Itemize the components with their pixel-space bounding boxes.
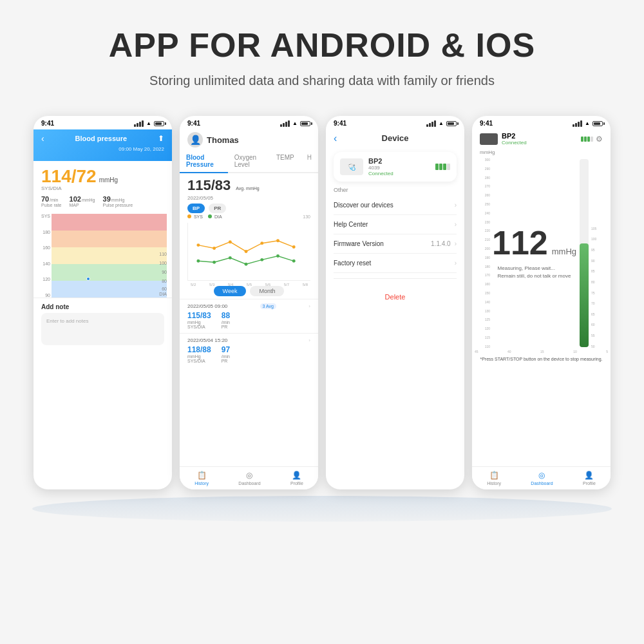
chart-80: 80 — [162, 279, 167, 283]
svg-point-0 — [196, 243, 200, 247]
firmware-right: 1.1.4.0 › — [431, 240, 457, 247]
svg-point-3 — [245, 250, 248, 253]
chart-label-90: 90 — [39, 293, 50, 298]
hist2-bp-val: 118/88 mmHg SYS/DIA — [187, 345, 211, 363]
wifi-icon-4: ▲ — [585, 120, 590, 126]
delete-button[interactable]: Delete — [326, 287, 464, 307]
add-note-section: Add note Enter to add notes — [33, 298, 172, 350]
tab-more[interactable]: H — [301, 150, 318, 172]
measure-label2: Remain still, do not talk or move — [498, 272, 571, 280]
bp-value: 114/72 — [41, 167, 97, 185]
hist1-bp-val: 115/83 mmHg SYS/DIA — [187, 311, 211, 329]
green-bar-fill — [580, 243, 589, 347]
hist1-date-row: 2022/05/05 09:00 3 Avg › — [187, 303, 310, 309]
battery-icon-2 — [300, 121, 310, 126]
hist1-chevron[interactable]: › — [308, 303, 310, 309]
svg-point-9 — [229, 256, 232, 260]
line-chart: 5/25/35/45/55/65/75/8 — [187, 223, 310, 281]
status-icons-4: ▲ — [573, 120, 603, 127]
legend-dia: DIA — [208, 214, 222, 219]
chart-legend: SYS DIA 130 — [180, 213, 318, 220]
menu-help[interactable]: Help Center › — [334, 215, 457, 234]
phone4-bottom-nav: 📋 History ◎ Dashboard 👤 Profile — [472, 466, 611, 489]
phone4-device-row: BP2 Connected — [480, 132, 527, 146]
nav-dashboard-2[interactable]: ◎ Dashboard — [238, 471, 260, 486]
map-stat: 102 mmHg MAP — [70, 195, 95, 207]
bp-unit: mmHg — [99, 176, 118, 184]
add-note-input[interactable]: Enter to add notes — [41, 313, 164, 345]
device-title: Device — [382, 133, 409, 143]
page-subtitle: Storing unlimited data and sharing data … — [109, 71, 535, 90]
tab-blood-pressure[interactable]: Blood Pressure — [180, 150, 228, 173]
profile-icon-4: 👤 — [584, 471, 594, 480]
nav-profile-2[interactable]: 👤 Profile — [290, 471, 303, 486]
user-name: Thomas — [207, 135, 239, 145]
bp-date: 09:00 May 20, 2022 — [41, 146, 164, 152]
history-item-2: 2022/05/04 15:20 › 118/88 mmHg SYS/DIA 9… — [180, 333, 318, 367]
map-label: MAP — [70, 203, 95, 207]
svg-point-11 — [260, 258, 263, 261]
chart-dia-label: DIA — [159, 292, 167, 296]
time-3: 9:41 — [334, 120, 346, 127]
device-header: ‹ Device — [326, 129, 464, 147]
profile-icon: 👤 — [292, 471, 301, 480]
nav-dashboard-4[interactable]: ◎ Dashboard — [531, 471, 553, 486]
svg-point-10 — [245, 263, 248, 266]
time-4: 9:41 — [480, 120, 493, 127]
tab-oxygen[interactable]: Oxygen Level — [228, 150, 270, 172]
history-icon: 📋 — [197, 471, 207, 480]
share-icon[interactable]: ⬆ — [158, 134, 164, 143]
battery-icon — [154, 121, 164, 126]
phone-1: 9:41 ▲ ‹ Blood pressure ⬆ 09 — [33, 116, 172, 489]
time-2: 9:41 — [187, 120, 200, 127]
toggle-bp[interactable]: BP — [187, 204, 205, 213]
bp-zone-chart: SYS 180 160 140 120 90 DIA 60 — [33, 214, 172, 298]
time-1: 9:41 — [41, 120, 54, 127]
back-icon-3[interactable]: ‹ — [334, 133, 337, 144]
chart-label-180: 180 — [39, 230, 50, 234]
nav-row: ‹ Blood pressure ⬆ — [41, 133, 164, 144]
gear-icon[interactable]: ⚙ — [596, 135, 603, 144]
battery-icon-3 — [446, 121, 457, 126]
hist2-date-row: 2022/05/04 15:20 › — [187, 337, 310, 343]
battery-icon-4 — [592, 121, 603, 126]
phone4-device-name: BP2 — [502, 132, 527, 140]
nav-history-2[interactable]: 📋 History — [194, 471, 209, 486]
bp-toggle-row: BP PR — [187, 204, 310, 213]
device-name: BP2 — [368, 157, 393, 165]
tab-temp[interactable]: TEMP — [270, 150, 301, 172]
signal-icon-2 — [280, 120, 290, 127]
chart-top-val: 130 — [303, 214, 310, 219]
status-bar-1: 9:41 ▲ — [33, 116, 172, 129]
bp-main: 114/72 mmHg SYS/DIA 70 /min Pulse rate 1… — [33, 161, 172, 211]
hist2-chevron[interactable]: › — [308, 337, 310, 343]
pp-unit: mmHg — [111, 198, 125, 202]
mmhg-top-label: mmHg — [472, 148, 611, 156]
toggle-pr[interactable]: PR — [209, 204, 226, 213]
other-title: Other — [334, 187, 457, 193]
avg-badge: Avg. mmHg — [236, 186, 259, 191]
bp-label: SYS/DIA — [41, 185, 164, 191]
device-icon-small — [480, 133, 498, 145]
status-bar-2: 9:41 ▲ — [180, 116, 318, 129]
menu-discover[interactable]: Discover our devices › — [334, 196, 457, 215]
menu-help-text: Help Center — [334, 221, 368, 228]
chart-110: 110 — [159, 252, 167, 256]
device-icon-box: 🩺 — [340, 158, 363, 175]
help-chevron: › — [455, 221, 457, 228]
chart-90: 90 — [162, 270, 167, 274]
menu-firmware[interactable]: Firmware Version 1.1.4.0 › — [334, 234, 457, 254]
menu-factory[interactable]: Factory reset › — [334, 254, 457, 273]
measure-label1: Measuring, Please wait... — [498, 265, 571, 272]
device-id: 4039 — [368, 165, 393, 171]
back-icon[interactable]: ‹ — [41, 133, 44, 144]
chart-label-140: 140 — [39, 261, 50, 266]
big-number: 112 — [492, 226, 548, 260]
phone4-device-info: BP2 Connected — [502, 132, 527, 146]
phone4-header: BP2 Connected ⚙ — [472, 129, 611, 148]
bp-stats: 70 /min Pulse rate 102 mmHg MAP 39 mmHg — [41, 195, 164, 207]
nav-profile-4[interactable]: 👤 Profile — [583, 471, 596, 486]
phone2-bottom-nav: 📋 History ◎ Dashboard 👤 Profile — [180, 466, 318, 489]
nav-history-4[interactable]: 📋 History — [487, 471, 501, 486]
bottom-reflection — [32, 496, 612, 522]
